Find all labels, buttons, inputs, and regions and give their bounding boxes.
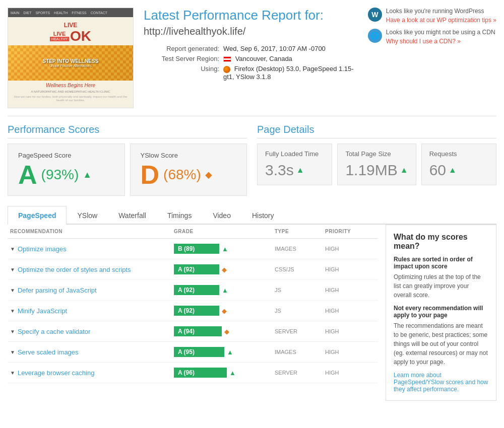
nav-item: HEALTH xyxy=(54,11,68,15)
info-text2: The recommendations are meant to be gene… xyxy=(394,321,488,367)
recommendations-table: RECOMMENDATION GRADE TYPE PRIORITY ▼ Opt… xyxy=(8,225,378,401)
performance-scores-panel: Performance Scores PageSpeed Score A (93… xyxy=(8,124,247,196)
subtitle-text: A NATUROPATHIC AND HOMEOPATHIC HEALTH CL… xyxy=(8,89,133,94)
report-generated-label: Report generated: xyxy=(144,45,219,52)
row-toggle-icon: ▼ xyxy=(10,288,15,293)
rec-name[interactable]: ▼ Serve scaled images xyxy=(10,348,174,356)
type-value: IMAGES xyxy=(275,246,325,252)
tab-pagespeed[interactable]: PageSpeed xyxy=(8,206,67,225)
rec-name[interactable]: ▼ Defer parsing of JavaScript xyxy=(10,287,174,294)
logo-live: LIVE xyxy=(64,22,78,29)
rec-label: Leverage browser caching xyxy=(18,369,94,377)
logo-ok-text: OK xyxy=(70,29,91,43)
rec-name[interactable]: ▼ Leverage browser caching xyxy=(10,369,174,377)
yslow-score-card: YSlow Score D (68%) ◆ xyxy=(130,144,247,196)
step-text: STEP INTO WELLNESS xyxy=(43,58,99,64)
grade-bar: A (94) ◆ xyxy=(174,326,275,336)
grade-value: A (94) xyxy=(174,326,222,336)
grade-value: A (95) xyxy=(174,347,224,357)
grade-trend-icon: ▲ xyxy=(229,369,236,377)
main-content: RECOMMENDATION GRADE TYPE PRIORITY ▼ Opt… xyxy=(8,225,496,401)
rec-name[interactable]: ▼ Optimize images xyxy=(10,245,174,253)
tab-yslow[interactable]: YSlow xyxy=(67,206,108,225)
type-value: IMAGES xyxy=(275,349,325,355)
priority-value: HIGH xyxy=(325,308,375,314)
grade-bar: A (92) ◆ xyxy=(174,306,275,316)
firefox-icon xyxy=(223,66,230,73)
page-size-label: Total Page Size xyxy=(345,150,408,158)
requests-card: Requests 60 ▲ xyxy=(421,144,496,185)
type-value: JS xyxy=(275,287,325,293)
notice1-text: Looks like you're running WordPress xyxy=(386,8,496,15)
requests-label: Requests xyxy=(429,150,488,158)
notice1-link[interactable]: Have a look at our WP optimization tips … xyxy=(386,17,496,24)
using-label: Using: xyxy=(144,65,219,81)
using-value: Firefox (Desktop) 53.0, PageSpeed 1.15-g… xyxy=(223,65,358,81)
grade-value: A (92) xyxy=(174,264,219,274)
info-subtitle2: Not every recommendation will apply to y… xyxy=(394,305,488,319)
pagespeed-trend-icon: ▲ xyxy=(83,170,92,180)
wordpress-notice: W Looks like you're running WordPress Ha… xyxy=(368,8,496,24)
yslow-label: YSlow Score xyxy=(141,152,237,159)
page-size-card: Total Page Size 1.19MB ▲ xyxy=(337,144,416,185)
info-box: What do my scores mean? Rules are sorted… xyxy=(386,225,496,401)
rec-name[interactable]: ▼ Optimize the order of styles and scrip… xyxy=(10,266,174,273)
performance-scores-title: Performance Scores xyxy=(8,124,247,138)
grade-trend-icon: ▲ xyxy=(222,245,228,253)
page-details-panel: Page Details Fully Loaded Time 3.3s ▲ To… xyxy=(257,124,496,196)
page-details-title: Page Details xyxy=(257,124,496,138)
tagline: Unlike Positive Alternatives xyxy=(43,64,99,67)
page-title: Latest Performance Report for: xyxy=(144,8,358,23)
table-row: ▼ Defer parsing of JavaScript A (92) ▲ J… xyxy=(8,280,378,301)
requests-trend-icon: ▲ xyxy=(449,166,457,175)
loaded-trend-icon: ▲ xyxy=(296,166,304,175)
scores-section: Performance Scores PageSpeed Score A (93… xyxy=(8,124,496,196)
grade-bar: B (89) ▲ xyxy=(174,244,275,254)
canada-flag xyxy=(223,56,231,62)
tab-video[interactable]: Video xyxy=(202,206,241,225)
grade-trend-icon: ▲ xyxy=(227,348,233,356)
cdn-notice: 🌐 Looks like you might not be using a CD… xyxy=(368,29,496,45)
scores-grid: PageSpeed Score A (93%) ▲ YSlow Score D … xyxy=(8,144,247,196)
rec-name[interactable]: ▼ Specify a cache validator xyxy=(10,328,174,335)
nav-item: DIET xyxy=(24,11,32,15)
col-recommendation: RECOMMENDATION xyxy=(10,229,174,234)
yslow-grade: D xyxy=(141,162,160,188)
row-toggle-icon: ▼ xyxy=(10,370,15,376)
report-meta: Report generated: Wed, Sep 6, 2017, 10:0… xyxy=(144,45,358,81)
rec-label: Defer parsing of JavaScript xyxy=(18,287,97,294)
wordpress-icon: W xyxy=(368,8,382,22)
rec-label: Optimize the order of styles and scripts xyxy=(18,266,131,273)
rec-name[interactable]: ▼ Minify JavaScript xyxy=(10,307,174,315)
details-grid: Fully Loaded Time 3.3s ▲ Total Page Size… xyxy=(257,144,496,185)
tab-history[interactable]: History xyxy=(241,206,285,225)
logo-live-text: LIVE xyxy=(53,31,66,37)
grade-value: A (96) xyxy=(174,368,227,378)
nav-item: FITNESS xyxy=(72,11,87,15)
tab-waterfall[interactable]: Waterfall xyxy=(108,206,157,225)
rec-label: Optimize images xyxy=(18,245,67,253)
info-text1: Optimizing rules at the top of the list … xyxy=(394,272,488,300)
loaded-time-label: Fully Loaded Time xyxy=(265,150,324,158)
table-row: ▼ Optimize images B (89) ▲ IMAGES HIGH xyxy=(8,239,378,259)
rec-label: Minify JavaScript xyxy=(18,307,67,315)
row-toggle-icon: ▼ xyxy=(10,349,15,355)
grade-bar: A (96) ▲ xyxy=(174,368,275,378)
type-value: JS xyxy=(275,308,325,314)
grade-value: A (92) xyxy=(174,285,219,295)
notice2-link[interactable]: Why should I use a CDN? » xyxy=(386,38,461,45)
pagespeed-label: PageSpeed Score xyxy=(18,152,114,159)
info-learn-more-link[interactable]: Learn more about PageSpeed/YSlow scores … xyxy=(394,372,488,393)
grade-trend-icon: ▲ xyxy=(222,287,228,294)
grade-bar: A (95) ▲ xyxy=(174,347,275,357)
globe-icon: 🌐 xyxy=(368,29,382,43)
header-notices: W Looks like you're running WordPress Ha… xyxy=(368,8,496,50)
nav-item: CONTACT xyxy=(91,11,107,15)
site-url: http://livehealthyok.life/ xyxy=(144,26,358,37)
yslow-trend-icon: ◆ xyxy=(205,169,212,180)
priority-value: HIGH xyxy=(325,370,375,376)
tab-timings[interactable]: Timings xyxy=(157,206,203,225)
page-size-value: 1.19MB ▲ xyxy=(345,162,408,179)
row-toggle-icon: ▼ xyxy=(10,267,15,272)
table-header: RECOMMENDATION GRADE TYPE PRIORITY xyxy=(8,225,378,239)
